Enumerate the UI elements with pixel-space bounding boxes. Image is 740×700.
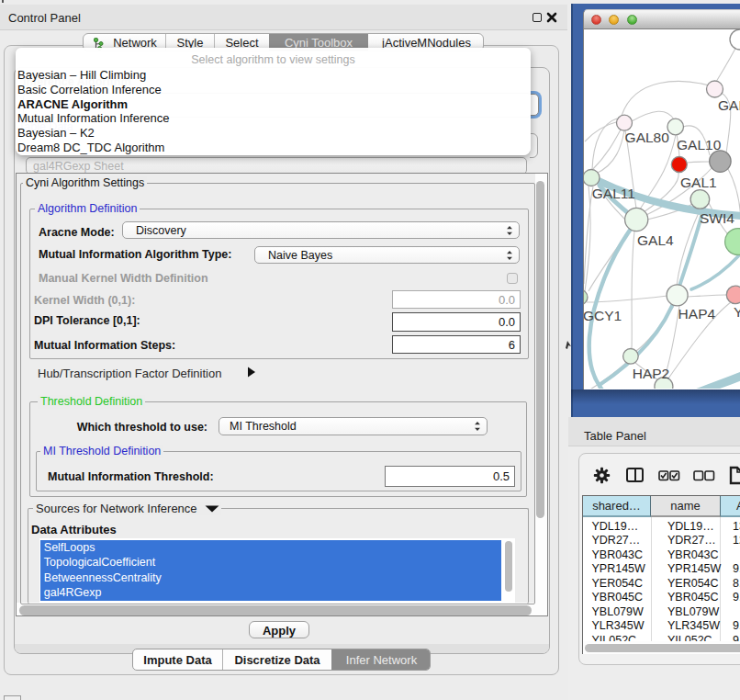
svg-text:YM: YM bbox=[734, 304, 740, 320]
svg-text:HAP4: HAP4 bbox=[678, 306, 716, 322]
svg-text:GAL7: GAL7 bbox=[718, 97, 740, 113]
svg-text:HAP2: HAP2 bbox=[633, 366, 670, 381]
svg-text:GCY1: GCY1 bbox=[584, 308, 622, 323]
svg-text:GAL11: GAL11 bbox=[592, 186, 635, 201]
svg-text:GAL4: GAL4 bbox=[637, 232, 674, 248]
svg-text:GAL80: GAL80 bbox=[625, 130, 670, 145]
svg-text:SWI4: SWI4 bbox=[700, 210, 734, 226]
svg-text:GAL10: GAL10 bbox=[677, 137, 722, 152]
svg-text:GAL1: GAL1 bbox=[680, 175, 717, 190]
